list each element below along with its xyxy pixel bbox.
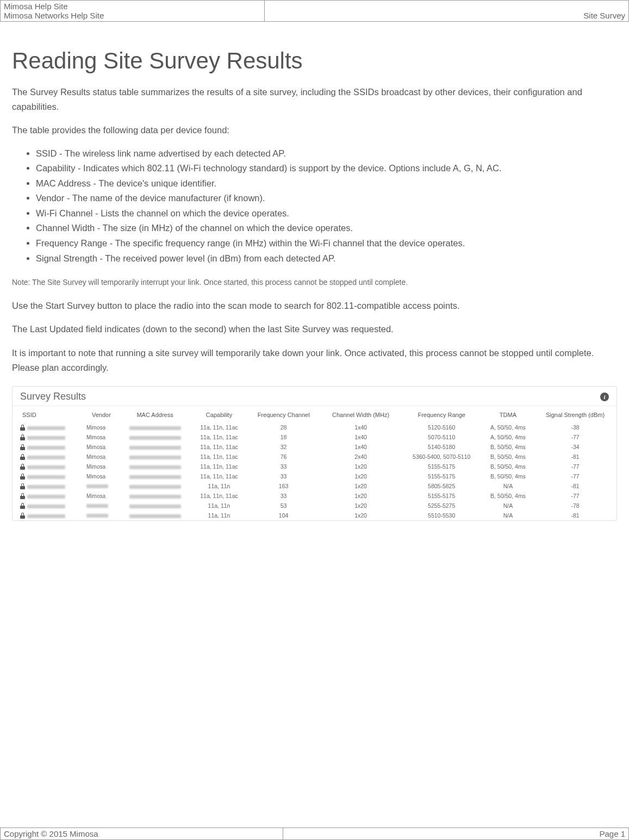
vendor-cell: Mimosa (84, 422, 119, 432)
signal-cell: -34 (534, 442, 616, 452)
paragraph-last-updated: The Last Updated field indicates (down t… (12, 322, 617, 337)
capability-cell: 11a, 11n, 11ac (191, 442, 246, 452)
bullet-list: SSID - The wireless link name advertised… (12, 147, 617, 266)
intro-paragraph: The Survey Results status table summariz… (12, 85, 617, 114)
col-signal: Signal Strength (dBm) (534, 406, 616, 422)
freq-range-cell: 5360-5400, 5070-5110 (401, 452, 482, 462)
redacted-vendor (86, 514, 108, 518)
header-site-subtitle: Mimosa Networks Help Site (4, 11, 261, 20)
redacted-mac (129, 465, 181, 469)
paragraph-warning: It is important to note that running a s… (12, 346, 617, 375)
redacted-ssid (27, 514, 65, 518)
lock-icon (20, 426, 25, 431)
redacted-ssid (27, 465, 65, 469)
signal-cell: -77 (534, 462, 616, 471)
redacted-ssid (27, 426, 65, 430)
table-row: 11a, 11n531x205255-5275N/A-78 (13, 501, 616, 511)
ssid-cell (13, 471, 84, 481)
redacted-ssid (27, 505, 65, 508)
vendor-cell: Mimosa (84, 491, 119, 501)
vendor-cell (84, 511, 119, 520)
tdma-cell: B, 50/50, 4ms (482, 442, 534, 452)
ssid-cell (13, 511, 84, 520)
mac-cell (119, 491, 192, 501)
tdma-cell: B, 50/50, 4ms (482, 471, 534, 481)
freq-range-cell: 5120-5160 (401, 422, 482, 432)
lock-icon (20, 484, 25, 489)
header-left-cell: Mimosa Help Site Mimosa Networks Help Si… (1, 1, 265, 22)
freq-channel-cell: 32 (247, 442, 321, 452)
table-row: Mimosa11a, 11n, 11ac281x405120-5160A, 50… (13, 422, 616, 432)
header-site-name: Mimosa Help Site (4, 2, 261, 11)
mac-cell (119, 511, 192, 520)
tdma-cell: A, 50/50, 4ms (482, 432, 534, 442)
signal-cell: -38 (534, 422, 616, 432)
page-title: Reading Site Survey Results (12, 48, 617, 74)
signal-cell: -77 (534, 491, 616, 501)
redacted-mac (129, 505, 181, 508)
freq-channel-cell: 33 (247, 462, 321, 471)
ssid-cell (13, 462, 84, 471)
redacted-ssid (27, 495, 65, 499)
col-tdma: TDMA (482, 406, 534, 422)
channel-width-cell: 1x40 (321, 422, 401, 432)
col-ssid: SSID (13, 406, 84, 422)
signal-cell: -81 (534, 452, 616, 462)
signal-cell: -81 (534, 511, 616, 520)
bullet-item: Signal Strength - The received power lev… (36, 252, 617, 266)
mac-cell (119, 481, 192, 491)
page-footer: Copyright © 2015 Mimosa Page 1 (0, 827, 629, 840)
freq-range-cell: 5155-5175 (401, 491, 482, 501)
capability-cell: 11a, 11n, 11ac (191, 432, 246, 442)
paragraph-start-survey: Use the Start Survey button to place the… (12, 298, 617, 313)
mac-cell (119, 442, 192, 452)
table-row: Mimosa11a, 11n, 11ac181x405070-5110A, 50… (13, 432, 616, 442)
header-section: Site Survey (268, 11, 625, 20)
table-row: Mimosa11a, 11n, 11ac331x205155-5175B, 50… (13, 471, 616, 481)
bullet-item: Channel Width - The size (in MHz) of the… (36, 221, 617, 235)
col-vendor: Vendor (84, 406, 119, 422)
capability-cell: 11a, 11n, 11ac (191, 452, 246, 462)
vendor-cell: Mimosa (84, 462, 119, 471)
ssid-cell (13, 452, 84, 462)
lock-icon (20, 504, 25, 509)
redacted-mac (129, 436, 181, 440)
redacted-ssid (27, 485, 65, 489)
capability-cell: 11a, 11n, 11ac (191, 462, 246, 471)
channel-width-cell: 2x40 (321, 452, 401, 462)
freq-channel-cell: 163 (247, 481, 321, 491)
mac-cell (119, 422, 192, 432)
info-icon[interactable]: i (600, 393, 609, 401)
vendor-cell: Mimosa (84, 452, 119, 462)
capability-cell: 11a, 11n (191, 501, 246, 511)
vendor-cell: Mimosa (84, 442, 119, 452)
redacted-ssid (27, 446, 65, 450)
freq-range-cell: 5155-5175 (401, 471, 482, 481)
ssid-cell (13, 491, 84, 501)
freq-channel-cell: 104 (247, 511, 321, 520)
redacted-mac (129, 475, 181, 479)
table-row: 11a, 11n1631x205805-5825N/A-81 (13, 481, 616, 491)
table-row: Mimosa11a, 11n, 11ac331x205155-5175B, 50… (13, 462, 616, 471)
survey-results-table: SSID Vendor MAC Address Capability Frequ… (13, 406, 616, 520)
redacted-mac (129, 446, 181, 450)
freq-range-cell: 5805-5825 (401, 481, 482, 491)
redacted-vendor (86, 504, 108, 508)
ssid-cell (13, 481, 84, 491)
redacted-ssid (27, 475, 65, 479)
channel-width-cell: 1x20 (321, 491, 401, 501)
freq-range-cell: 5140-5180 (401, 442, 482, 452)
redacted-mac (129, 456, 181, 459)
channel-width-cell: 1x20 (321, 501, 401, 511)
mac-cell (119, 432, 192, 442)
lock-icon (20, 445, 25, 450)
survey-panel-header: Survey Results i (13, 387, 616, 406)
redacted-ssid (27, 456, 65, 459)
freq-range-cell: 5155-5175 (401, 462, 482, 471)
col-channel-width: Channel Width (MHz) (321, 406, 401, 422)
redacted-mac (129, 514, 181, 518)
vendor-cell (84, 501, 119, 511)
signal-cell: -77 (534, 432, 616, 442)
ssid-cell (13, 501, 84, 511)
bullet-item: SSID - The wireless link name advertised… (36, 147, 617, 161)
